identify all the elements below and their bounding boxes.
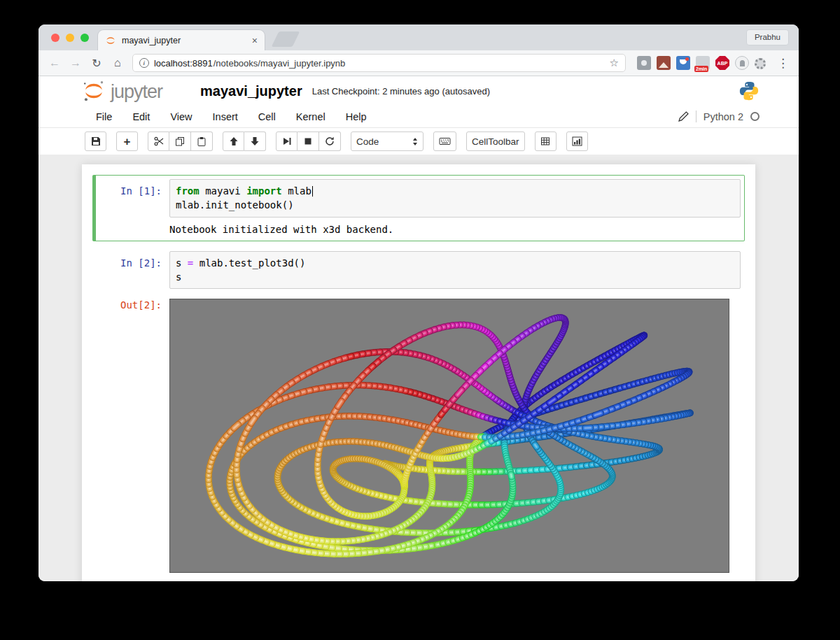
tab-strip: mayavi_jupyter × Prabhu [38,24,799,50]
interrupt-kernel-button[interactable] [298,131,319,151]
arrow-up-icon [229,136,239,146]
command-palette-button[interactable] [433,131,456,151]
notebook-toolbar: + [38,128,799,155]
input-prompt: In [1]: [99,179,169,198]
extension-icon-adblock[interactable]: ABP [715,56,729,70]
code-line: from mayavi import mlab [176,184,734,198]
divider [696,111,696,122]
code-editor[interactable]: from mayavi import mlab mlab.init_notebo… [169,179,741,218]
browser-tab[interactable]: mayavi_jupyter × [97,29,265,50]
browser-menu-button[interactable]: ⋮ [774,56,792,71]
save-button[interactable] [85,131,106,151]
code-line: s = mlab.test_plot3d() [176,256,734,270]
extension-icon-reader[interactable]: 2min [696,56,710,70]
new-tab-button[interactable] [272,31,300,47]
kernel-status-icon [750,112,760,121]
paste-icon [197,136,206,146]
menu-cell[interactable]: Cell [258,111,276,122]
notebook-header: jupyter mayavi_jupyter Last Checkpoint: … [38,76,799,106]
browser-toolbar: ← → ↻ ⌂ i localhost:8891 /notebooks/maya… [38,50,799,76]
bar-chart-icon [572,136,582,146]
menu-help[interactable]: Help [346,111,367,122]
jupyter-logo[interactable]: jupyter [82,79,162,103]
checkpoint-status: Last Checkpoint: 2 minutes ago (autosave… [312,86,490,97]
save-icon [91,136,101,146]
close-tab-icon[interactable]: × [252,36,258,45]
cell-type-dropdown[interactable]: Code [351,131,424,151]
paste-cells-button[interactable] [191,131,213,151]
input-prompt: In [2]: [99,251,169,270]
bookmark-star-icon[interactable]: ☆ [610,57,619,69]
reload-button[interactable]: ↻ [88,54,106,72]
menu-insert[interactable]: Insert [213,111,238,122]
code-line: mlab.init_notebook() [176,198,734,212]
move-cell-up-button[interactable] [223,131,244,151]
jupyter-wordmark: jupyter [111,83,162,103]
copy-cells-button[interactable] [169,131,191,151]
run-step-forward-icon [282,136,292,146]
extension-icon-photo[interactable] [657,56,671,70]
reader-badge: 2min [694,66,708,72]
profile-name: Prabhu [755,33,780,41]
arrow-down-icon [250,136,260,146]
table-icon-button[interactable] [535,131,556,151]
extension-icon-pocket[interactable] [676,56,690,70]
code-cell-2[interactable]: In [2]: s = mlab.test_plot3d() s Out[2]: [92,247,745,578]
url-path: /notebooks/mayavi_jupyter.ipynb [214,58,346,69]
extension-icon-gear[interactable] [755,58,766,69]
table-grid-icon [540,136,550,146]
close-window-button[interactable] [51,34,59,42]
menu-file[interactable]: File [96,111,112,122]
jupyter-favicon-icon [105,35,116,46]
notebook-menubar: File Edit View Insert Cell Kernel Help P… [38,106,799,128]
zoom-window-button[interactable] [80,34,89,42]
page-info-icon[interactable]: i [139,58,149,68]
cut-cells-button[interactable] [148,131,169,151]
url-bar[interactable]: i localhost:8891 /notebooks/mayavi_jupyt… [132,54,626,72]
menu-edit[interactable]: Edit [132,111,150,122]
code-editor[interactable]: s = mlab.test_plot3d() s [169,251,741,290]
window-controls [51,34,89,42]
dropdown-stepper-icon [412,137,418,146]
output-image [169,299,729,573]
notebook-title[interactable]: mayavi_jupyter [200,83,302,99]
desktop-background: mayavi_jupyter × Prabhu ← → ↻ ⌂ i localh… [0,0,840,640]
move-cell-down-button[interactable] [244,131,266,151]
scissors-icon [154,136,164,146]
tab-title: mayavi_jupyter [122,36,246,45]
notebook-container: In [1]: from mayavi import mlab mlab.ini… [82,164,755,581]
restart-kernel-button[interactable] [319,131,341,151]
code-cell-1[interactable]: In [1]: from mayavi import mlab mlab.ini… [92,175,745,241]
notebook-body: In [1]: from mayavi import mlab mlab.ini… [38,155,799,581]
plus-icon: + [124,136,131,148]
cell-toolbar-button[interactable]: CellToolbar [466,131,525,151]
edit-mode-pencil-icon [678,111,689,122]
keyboard-icon [439,136,451,146]
extension-icon-ghostery[interactable] [735,56,749,70]
plot3d-canvas[interactable] [169,299,729,573]
menu-kernel[interactable]: Kernel [296,111,326,122]
home-button[interactable]: ⌂ [108,54,127,72]
stop-icon [303,136,313,146]
code-line: s [176,270,734,284]
restart-icon [325,136,335,146]
jupyter-logo-icon [82,79,106,103]
extension-icon-1[interactable] [637,56,651,70]
back-button[interactable]: ← [46,54,64,72]
url-host: localhost:8891 [154,58,213,69]
insert-cell-below-button[interactable]: + [116,131,138,151]
cell-toolbar-label: CellToolbar [472,136,519,147]
cell-type-value: Code [356,136,379,147]
profile-chip[interactable]: Prabhu [746,29,789,45]
menu-view[interactable]: View [170,111,192,122]
kernel-name: Python 2 [704,111,743,122]
output-prompt: Out[2]: [99,293,169,312]
run-cell-button[interactable] [276,131,298,151]
chart-icon-button[interactable] [566,131,588,151]
adblock-label: ABP [718,61,728,66]
minimize-window-button[interactable] [66,34,74,42]
copy-icon [175,136,185,146]
extensions-row: 2min ABP [637,56,766,70]
forward-button[interactable]: → [66,54,85,72]
python-logo-icon [738,80,760,101]
